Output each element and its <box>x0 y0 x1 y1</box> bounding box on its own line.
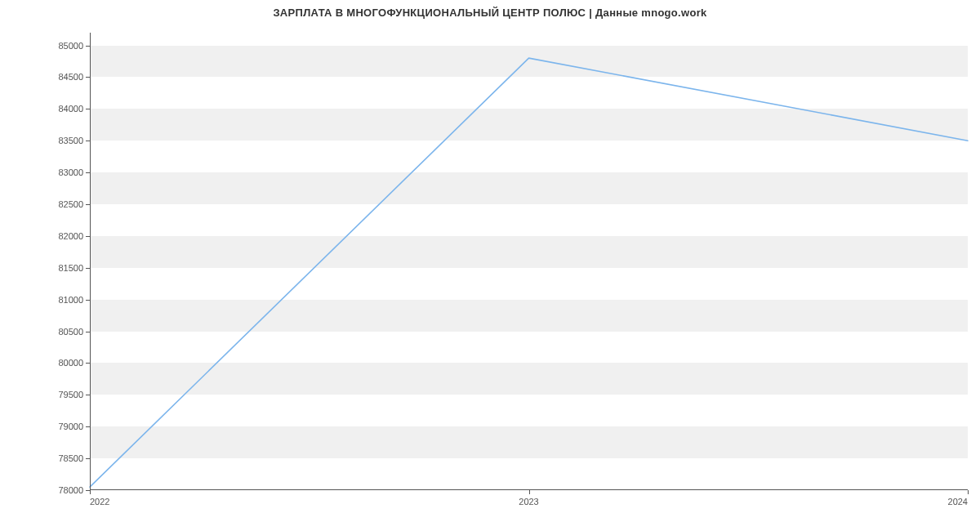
y-tick-mark <box>86 204 90 205</box>
chart-title: ЗАРПЛАТА В МНОГОФУНКЦИОНАЛЬНЫЙ ЦЕНТР ПОЛ… <box>0 7 980 19</box>
y-tick-mark <box>86 268 90 269</box>
y-tick-mark <box>86 426 90 427</box>
y-tick-mark <box>86 395 90 395</box>
y-tick-mark <box>86 236 90 237</box>
y-tick-mark <box>86 77 90 78</box>
y-tick-mark <box>86 46 90 47</box>
y-tick-mark <box>86 172 90 173</box>
chart-container: ЗАРПЛАТА В МНОГОФУНКЦИОНАЛЬНЫЙ ЦЕНТР ПОЛ… <box>0 0 980 531</box>
y-axis-line <box>90 33 91 490</box>
x-tick-label: 2022 <box>90 490 109 506</box>
y-tick-mark <box>86 300 90 301</box>
x-tick-mark <box>90 490 91 494</box>
y-tick-mark <box>86 141 90 141</box>
x-tick-mark <box>529 490 530 494</box>
y-tick-mark <box>86 458 90 459</box>
y-tick-mark <box>86 109 90 109</box>
series-line <box>90 58 968 487</box>
y-tick-mark <box>86 363 90 364</box>
line-layer <box>90 33 968 490</box>
x-tick-mark <box>968 490 969 494</box>
plot-area: 7800078500790007950080000805008100081500… <box>90 33 968 490</box>
x-tick-label: 2024 <box>948 490 968 506</box>
y-tick-mark <box>86 332 90 332</box>
